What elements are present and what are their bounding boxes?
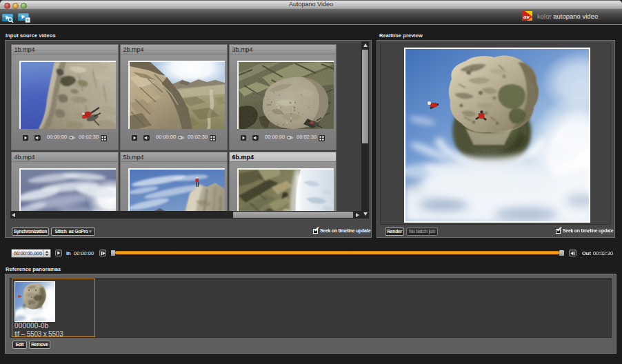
svg-text:av: av — [523, 14, 530, 20]
